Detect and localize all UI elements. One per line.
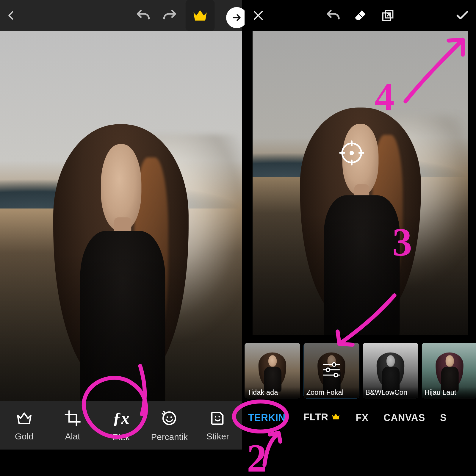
tool-percantik[interactable]: Percantik [145,401,194,450]
svg-point-14 [334,373,338,377]
redo-button[interactable] [156,0,183,31]
beautify-face-icon [160,409,178,427]
tab-terkini[interactable]: TERKINI [248,412,289,424]
filter-strip[interactable]: Tidak ada Zoom Fokal B&WLowCon Hijau Lau… [245,343,476,400]
screen-editor-main: Gold Alat ƒx Efek Percantik Stiker [0,0,242,476]
tool-gold[interactable]: Gold [0,401,48,450]
compare-button[interactable] [374,0,401,31]
svg-point-3 [215,416,216,417]
svg-point-12 [332,363,336,366]
tool-label: Percantik [151,432,188,442]
gold-crown-button[interactable] [186,0,215,31]
tool-stiker[interactable]: Stiker [194,401,242,450]
tab-canvas[interactable]: CANVAS [383,412,425,424]
svg-point-8 [349,151,353,155]
svg-point-13 [326,368,330,372]
checkmark-icon [455,8,470,23]
close-icon [252,9,265,22]
arrow-right-icon [231,12,242,24]
eraser-button[interactable] [347,0,374,31]
sticker-icon [209,409,226,427]
tutorial-collage: Gold Alat ƒx Efek Percantik Stiker [0,0,476,476]
eraser-icon [353,8,368,23]
filter-label: B&WLowCon [363,387,418,399]
tool-alat[interactable]: Alat [48,401,97,450]
canvas-left[interactable] [0,31,242,401]
tool-label: Alat [65,431,80,441]
category-tabs: TERKINI FLTR FX CANVAS S [245,405,476,430]
tool-label: Gold [15,431,34,441]
tab-more[interactable]: S [440,412,447,424]
undo-button[interactable] [319,0,347,31]
undo-button[interactable] [130,0,156,31]
bottom-toolbar: Gold Alat ƒx Efek Percantik Stiker [0,401,242,450]
crosshair-icon [339,140,364,166]
svg-point-4 [218,416,220,417]
svg-point-0 [163,412,176,424]
apply-button[interactable] [449,0,476,31]
back-button[interactable] [0,0,22,31]
filter-label: Tidak ada [245,387,300,399]
filter-bw-lowcon[interactable]: B&WLowCon [363,343,418,399]
filter-zoom-fokal[interactable]: Zoom Fokal [304,343,359,399]
filter-label: Hijau Laut [422,387,476,399]
crown-icon [191,7,209,24]
canvas-right[interactable] [253,31,468,335]
filter-none[interactable]: Tidak ada [245,343,300,399]
focal-point-handle[interactable] [339,140,364,166]
sliders-icon [321,361,342,380]
undo-icon [134,6,153,25]
redo-icon [160,6,179,25]
crown-outline-icon [15,409,33,427]
close-button[interactable] [245,0,272,31]
svg-point-2 [170,416,172,418]
compare-layers-icon [380,8,395,23]
fx-icon: ƒx [113,408,129,428]
svg-point-1 [167,416,168,418]
tool-label: Efek [112,432,130,442]
tool-label: Stiker [206,431,229,441]
topbar-right [245,0,476,31]
filter-hijau-laut[interactable]: Hijau Laut [422,343,476,399]
tab-fltr[interactable]: FLTR [303,412,341,424]
undo-icon [323,6,343,25]
tab-fx[interactable]: FX [356,412,369,424]
screen-effects: Tidak ada Zoom Fokal B&WLowCon Hijau Lau… [245,0,476,476]
crown-icon [331,412,341,424]
chevron-left-icon [5,9,17,21]
tool-efek[interactable]: ƒx Efek [97,401,145,450]
filter-label: Zoom Fokal [304,387,359,399]
next-fab[interactable] [226,7,247,28]
topbar-left [0,0,242,31]
crop-icon [64,409,81,427]
